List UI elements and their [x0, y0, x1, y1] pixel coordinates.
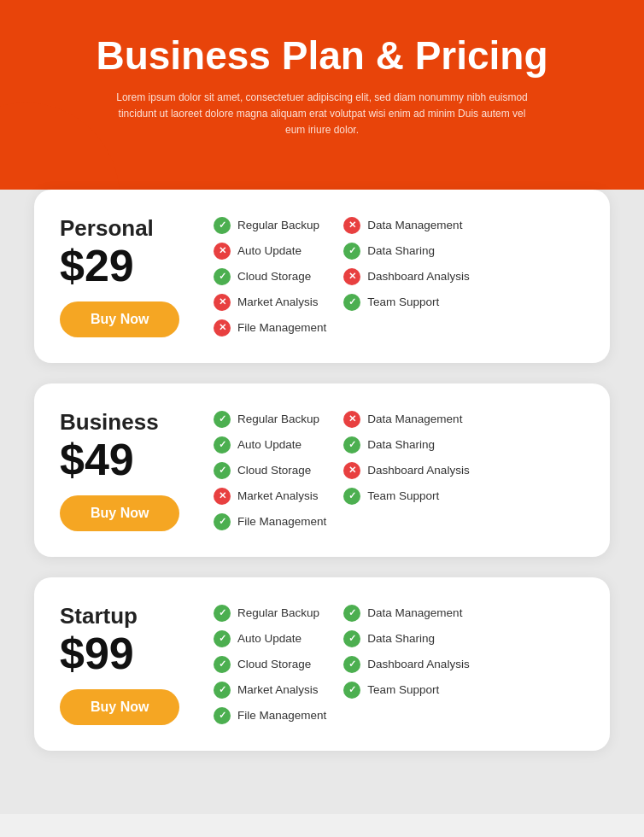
- feature-item: ✓Regular Backup: [214, 217, 326, 234]
- feature-label: Team Support: [367, 489, 439, 502]
- cross-icon: ✕: [343, 268, 360, 285]
- feature-label: Market Analysis: [237, 489, 319, 502]
- feature-item: ✓Cloud Storage: [214, 268, 326, 285]
- plan-name-business: Business: [60, 409, 196, 436]
- check-icon: ✓: [343, 488, 360, 505]
- feature-item: ✕File Management: [214, 319, 326, 337]
- feature-item: ✓Dashboard Analysis: [343, 656, 469, 673]
- feature-item: ✓Data Sharing: [343, 243, 469, 260]
- buy-button-personal[interactable]: Buy Now: [60, 301, 179, 337]
- check-icon: ✓: [214, 707, 231, 724]
- check-icon: ✓: [343, 656, 360, 673]
- page-subtitle: Lorem ipsum dolor sit amet, consectetuer…: [108, 90, 536, 139]
- feature-label: Data Sharing: [367, 438, 435, 451]
- feature-label: Regular Backup: [237, 413, 319, 425]
- features-grid-business: ✓Regular Backup✓Auto Update✓Cloud Storag…: [214, 411, 584, 530]
- feature-label: Data Management: [367, 606, 462, 619]
- plan-card-business: Business$49Buy Now✓Regular Backup✓Auto U…: [34, 383, 610, 557]
- features-grid-personal: ✓Regular Backup✕Auto Update✓Cloud Storag…: [214, 217, 584, 337]
- page-title: Business Plan & Pricing: [51, 34, 593, 78]
- check-icon: ✓: [214, 462, 231, 479]
- feature-label: File Management: [237, 709, 326, 722]
- features-col1: ✓Regular Backup✓Auto Update✓Cloud Storag…: [214, 411, 326, 530]
- cross-icon: ✕: [214, 319, 231, 337]
- buy-button-startup[interactable]: Buy Now: [60, 689, 179, 725]
- feature-item: ✓File Management: [214, 513, 326, 530]
- check-icon: ✓: [214, 605, 231, 622]
- feature-label: Auto Update: [237, 438, 302, 451]
- check-icon: ✓: [214, 630, 231, 647]
- feature-item: ✓Team Support: [343, 682, 469, 699]
- feature-item: ✓Auto Update: [214, 436, 326, 454]
- features-col2: ✕Data Management✓Data Sharing✕Dashboard …: [343, 217, 469, 337]
- feature-item: ✓Cloud Storage: [214, 462, 326, 479]
- feature-label: Dashboard Analysis: [367, 658, 469, 670]
- cross-icon: ✕: [214, 294, 231, 311]
- feature-label: Team Support: [367, 683, 439, 696]
- feature-label: Auto Update: [237, 244, 302, 257]
- feature-label: Regular Backup: [237, 219, 319, 231]
- feature-label: Auto Update: [237, 632, 302, 645]
- check-icon: ✓: [214, 656, 231, 673]
- feature-item: ✓Market Analysis: [214, 682, 326, 699]
- feature-label: Data Sharing: [367, 632, 435, 645]
- plan-price-startup: $99: [60, 631, 196, 676]
- feature-item: ✓Regular Backup: [214, 411, 326, 428]
- feature-label: File Management: [237, 321, 326, 334]
- feature-label: Data Management: [367, 219, 462, 231]
- check-icon: ✓: [214, 682, 231, 699]
- check-icon: ✓: [343, 605, 360, 622]
- page-wrapper: Business Plan & Pricing Lorem ipsum dolo…: [0, 0, 644, 837]
- features-grid-startup: ✓Regular Backup✓Auto Update✓Cloud Storag…: [214, 605, 584, 724]
- check-icon: ✓: [343, 682, 360, 699]
- features-col2: ✓Data Management✓Data Sharing✓Dashboard …: [343, 605, 469, 724]
- check-icon: ✓: [214, 268, 231, 285]
- check-icon: ✓: [343, 294, 360, 311]
- feature-item: ✕Dashboard Analysis: [343, 462, 469, 479]
- feature-label: File Management: [237, 515, 326, 528]
- feature-item: ✓Data Sharing: [343, 630, 469, 647]
- feature-item: ✓Data Sharing: [343, 436, 469, 454]
- cards-section: Personal$29Buy Now✓Regular Backup✕Auto U…: [0, 190, 644, 814]
- plan-info-startup: Startup$99Buy Now: [60, 603, 196, 725]
- feature-item: ✓Data Management: [343, 605, 469, 622]
- plan-info-personal: Personal$29Buy Now: [60, 215, 196, 337]
- feature-item: ✓File Management: [214, 707, 326, 724]
- plan-card-personal: Personal$29Buy Now✓Regular Backup✕Auto U…: [34, 190, 610, 363]
- cross-icon: ✕: [214, 488, 231, 505]
- plan-name-startup: Startup: [60, 603, 196, 629]
- feature-item: ✕Market Analysis: [214, 294, 326, 311]
- feature-item: ✓Regular Backup: [214, 605, 326, 622]
- buy-button-business[interactable]: Buy Now: [60, 495, 179, 531]
- feature-label: Cloud Storage: [237, 658, 311, 670]
- features-col1: ✓Regular Backup✕Auto Update✓Cloud Storag…: [214, 217, 326, 337]
- check-icon: ✓: [343, 436, 360, 454]
- check-icon: ✓: [214, 436, 231, 454]
- feature-item: ✕Auto Update: [214, 243, 326, 260]
- feature-label: Market Analysis: [237, 683, 319, 696]
- cross-icon: ✕: [343, 462, 360, 479]
- features-col2: ✕Data Management✓Data Sharing✕Dashboard …: [343, 411, 469, 530]
- feature-label: Data Sharing: [367, 244, 435, 257]
- feature-label: Market Analysis: [237, 296, 319, 308]
- feature-item: ✕Data Management: [343, 411, 469, 428]
- feature-item: ✓Auto Update: [214, 630, 326, 647]
- plan-info-business: Business$49Buy Now: [60, 409, 196, 531]
- feature-item: ✕Data Management: [343, 217, 469, 234]
- check-icon: ✓: [214, 411, 231, 428]
- feature-item: ✓Team Support: [343, 294, 469, 311]
- feature-label: Cloud Storage: [237, 270, 311, 283]
- plan-name-personal: Personal: [60, 215, 196, 242]
- feature-label: Cloud Storage: [237, 464, 311, 477]
- feature-item: ✕Dashboard Analysis: [343, 268, 469, 285]
- feature-label: Regular Backup: [237, 606, 319, 619]
- features-col1: ✓Regular Backup✓Auto Update✓Cloud Storag…: [214, 605, 326, 724]
- feature-label: Dashboard Analysis: [367, 464, 469, 477]
- check-icon: ✓: [214, 513, 231, 530]
- cross-icon: ✕: [214, 243, 231, 260]
- feature-item: ✓Team Support: [343, 488, 469, 505]
- feature-item: ✓Cloud Storage: [214, 656, 326, 673]
- check-icon: ✓: [214, 217, 231, 234]
- plan-price-business: $49: [60, 437, 196, 482]
- cross-icon: ✕: [343, 217, 360, 234]
